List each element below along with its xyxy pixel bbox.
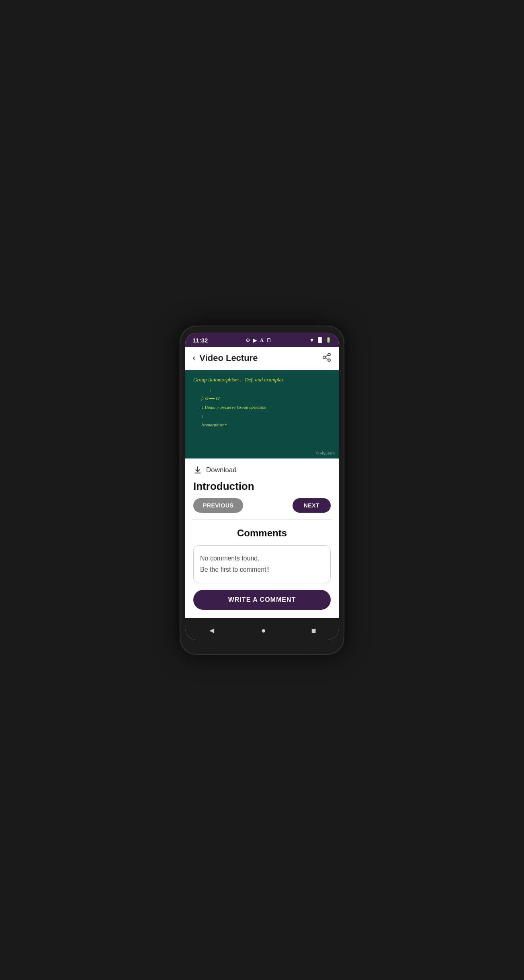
- video-area: Group Automorphism :- Def. and examples …: [185, 370, 339, 458]
- video-line3: ↓ Homo :- preserve Group operation: [193, 403, 331, 412]
- write-comment-button[interactable]: WRITE A COMMENT: [193, 590, 331, 610]
- back-button[interactable]: ‹: [192, 353, 195, 363]
- next-button[interactable]: NEXT: [293, 498, 331, 513]
- content-card: Download Introduction PREVIOUS NEXT Comm…: [185, 458, 339, 618]
- signal-icon: ▐▌: [317, 337, 323, 343]
- video-arrow1: ↓: [209, 386, 331, 394]
- bottom-nav: ◄ ● ■: [185, 618, 339, 640]
- nav-buttons: PREVIOUS NEXT: [185, 498, 339, 519]
- phone-shell: 11:32 ⚙ ▶ 𝐀 🗒 ▼ ▐▌ 🔋 ‹ Video Lecture: [180, 326, 344, 655]
- nav-recents-button[interactable]: ■: [303, 623, 324, 638]
- video-line5: Isomorphism*: [193, 420, 331, 429]
- svg-line-4: [325, 355, 328, 357]
- no-comments-line2: Be the first to comment!!: [200, 566, 270, 573]
- clipboard-icon: 🗒: [266, 337, 272, 343]
- nav-home-button[interactable]: ●: [253, 623, 274, 638]
- no-comments-line1: No comments found.: [200, 555, 260, 562]
- comments-section: Comments No comments found. Be the first…: [185, 520, 339, 618]
- status-bar: 11:32 ⚙ ▶ 𝐀 🗒 ▼ ▐▌ 🔋: [185, 333, 339, 347]
- download-section[interactable]: Download: [185, 458, 339, 479]
- download-icon: [193, 466, 202, 475]
- video-line2: f: G⟶ G': [193, 394, 331, 403]
- no-comments-text: No comments found. Be the first to comme…: [200, 553, 324, 576]
- phone-screen: 11:32 ⚙ ▶ 𝐀 🗒 ▼ ▐▌ 🔋 ‹ Video Lecture: [185, 333, 339, 640]
- comments-title: Comments: [193, 528, 331, 539]
- share-icon[interactable]: [322, 352, 332, 364]
- download-label: Download: [206, 466, 237, 474]
- status-time: 11:32: [192, 337, 208, 344]
- wifi-icon: ▼: [309, 337, 315, 343]
- video-content: Group Automorphism :- Def. and examples …: [193, 377, 331, 429]
- nav-back-button[interactable]: ◄: [200, 623, 224, 638]
- video-watermark: © AllyLearn: [316, 451, 335, 455]
- a-icon: 𝐀: [260, 337, 264, 343]
- battery-icon: 🔋: [325, 337, 332, 343]
- svg-line-3: [325, 358, 328, 359]
- status-icons: ⚙ ▶ 𝐀 🗒: [246, 337, 272, 343]
- video-title: Group Automorphism :- Def. and examples: [193, 377, 331, 383]
- status-right-icons: ▼ ▐▌ 🔋: [309, 337, 332, 343]
- settings-icon: ⚙: [246, 337, 250, 343]
- page-title: Video Lecture: [199, 353, 258, 363]
- video-line4: ↓: [193, 412, 331, 420]
- previous-button[interactable]: PREVIOUS: [193, 498, 243, 513]
- app-header: ‹ Video Lecture: [185, 347, 339, 370]
- play-icon: ▶: [253, 337, 257, 343]
- intro-title: Introduction: [185, 479, 339, 498]
- comments-box: No comments found. Be the first to comme…: [193, 545, 331, 584]
- header-left: ‹ Video Lecture: [192, 353, 258, 363]
